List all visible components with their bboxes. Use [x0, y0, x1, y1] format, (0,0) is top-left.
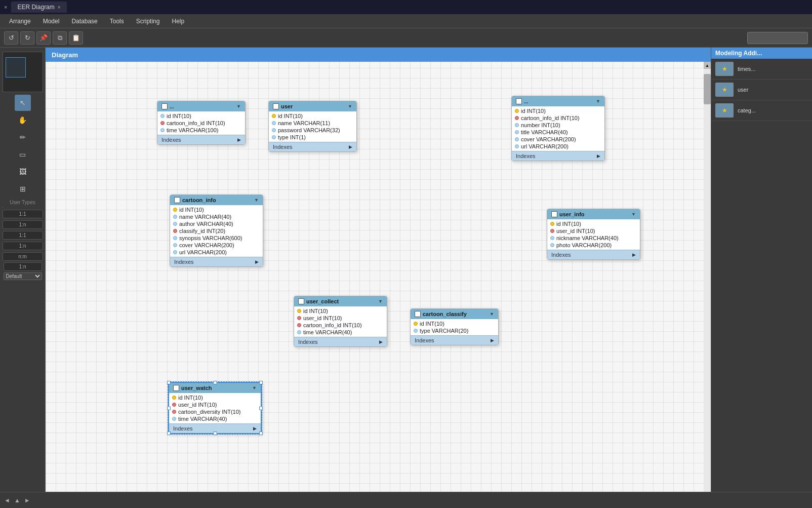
table-row: id INT(10) — [170, 206, 263, 213]
window-close-icon[interactable]: × — [4, 4, 7, 10]
indexes-bar[interactable]: Indexes ▶ — [170, 257, 263, 266]
indexes-bar[interactable]: Indexes ▶ — [411, 335, 498, 345]
indexes-bar[interactable]: Indexes ▶ — [157, 135, 245, 144]
image-tool[interactable]: 🖼 — [15, 164, 31, 180]
relation-1-n-c[interactable]: 1:n — [4, 262, 42, 271]
pin-button[interactable]: 📌 — [36, 31, 51, 45]
field-key-icon — [297, 316, 301, 320]
diagram-title: Diagram — [52, 51, 78, 59]
indexes-bar[interactable]: Indexes ▶ — [512, 151, 604, 161]
field-text: id INT(10) — [178, 395, 203, 401]
resize-handle-tl[interactable] — [167, 381, 171, 384]
field-key-icon — [515, 137, 519, 141]
table-dropdown-arrow[interactable]: ▼ — [490, 311, 494, 317]
menu-model[interactable]: Model — [38, 16, 65, 27]
table-cartoon-classify-header[interactable]: cartoon_classify ▼ — [411, 309, 498, 319]
search-input[interactable] — [747, 32, 808, 44]
copy-button[interactable]: ⧉ — [53, 31, 67, 45]
table-dropdown-arrow[interactable]: ▼ — [596, 99, 600, 104]
menu-tools[interactable]: Tools — [105, 16, 129, 27]
table-dropdown-arrow[interactable]: ▼ — [254, 198, 259, 203]
relation-n-m[interactable]: n:m — [3, 252, 43, 261]
indexes-bar[interactable]: Indexes ▶ — [269, 142, 356, 151]
field-text: time VARCHAR(40) — [178, 416, 227, 422]
relation-1-n-b[interactable]: 1:n — [3, 242, 43, 250]
resize-handle-ml[interactable] — [167, 406, 171, 410]
table-dropdown-arrow[interactable]: ▼ — [236, 104, 241, 109]
rectangle-tool[interactable]: ▭ — [15, 146, 31, 163]
relation-1-1-b[interactable]: 1:1 — [3, 231, 43, 240]
modeling-item-categ[interactable]: ★ categ... — [711, 100, 812, 121]
resize-handle-mr[interactable] — [259, 406, 263, 410]
resize-handle-br[interactable] — [259, 432, 263, 435]
resize-handle-bc[interactable] — [213, 432, 217, 435]
table-dropdown-arrow[interactable]: ▼ — [378, 299, 383, 304]
table-unknown-top: ... ▼ id INT(10) cartoon_info_id INT(10)… — [157, 101, 246, 145]
relation-type-dropdown[interactable]: Default — [4, 272, 42, 280]
table-user-watch-header[interactable]: user_watch ▼ — [169, 383, 261, 393]
table-row: time VARCHAR(40) — [294, 329, 387, 336]
modeling-item-user[interactable]: ★ user — [711, 80, 812, 100]
resize-handle-tc[interactable] — [213, 381, 217, 384]
field-text: password VARCHAR(32) — [278, 127, 340, 133]
field-key-icon — [297, 330, 301, 334]
table-user-info-body: id INT(10) user_id INT(10) nickname VARC… — [547, 219, 640, 250]
field-key-icon — [160, 128, 165, 132]
modeling-thumb: ★ — [715, 83, 734, 97]
modeling-thumb: ★ — [715, 103, 734, 118]
table-user: user ▼ id INT(10) name VARCHAR(11) passw… — [268, 101, 357, 152]
menu-help[interactable]: Help — [167, 16, 189, 27]
table-dropdown-arrow[interactable]: ▼ — [631, 212, 636, 217]
redo-button[interactable]: ↻ — [20, 31, 34, 45]
table-cartoon-classify: cartoon_classify ▼ id INT(10) type VARCH… — [410, 308, 499, 345]
table-unknown-right-header[interactable]: ... ▼ — [512, 96, 604, 106]
table-user-header[interactable]: user ▼ — [269, 101, 356, 111]
scroll-track[interactable] — [704, 69, 711, 501]
field-text: id INT(10) — [521, 108, 546, 114]
table-user-watch-body: id INT(10) user_id INT(10) cartoon_diver… — [169, 393, 261, 423]
menu-database[interactable]: Database — [66, 16, 102, 27]
nav-next-button[interactable]: ► — [24, 497, 30, 504]
table-row: name VARCHAR(11) — [269, 120, 356, 127]
table-user-info-header[interactable]: user_info ▼ — [547, 209, 640, 219]
table-row: id INT(10) — [294, 307, 387, 315]
vertical-scrollbar[interactable]: ▲ ▼ — [704, 62, 711, 508]
field-text: time VARCHAR(40) — [303, 329, 352, 335]
field-key-icon — [173, 250, 177, 254]
table-user-collect-header[interactable]: user_collect ▼ — [294, 296, 387, 306]
menu-arrange[interactable]: Arrange — [4, 16, 36, 27]
resize-handle-bl[interactable] — [167, 432, 171, 435]
modeling-item-times[interactable]: ★ times... — [711, 59, 812, 80]
menu-scripting[interactable]: Scripting — [131, 16, 165, 27]
scroll-thumb[interactable] — [704, 74, 711, 104]
table-row: time VARCHAR(100) — [157, 127, 245, 134]
field-text: name VARCHAR(40) — [179, 214, 231, 220]
relation-1-n[interactable]: 1:n — [3, 220, 43, 229]
field-text: url VARCHAR(200) — [521, 143, 569, 149]
undo-button[interactable]: ↺ — [4, 31, 18, 45]
resize-handle-tr[interactable] — [259, 381, 263, 384]
indexes-bar[interactable]: Indexes ▶ — [294, 337, 387, 346]
nav-prev-button[interactable]: ◄ — [4, 497, 10, 504]
field-text: id INT(10) — [556, 221, 581, 227]
nav-up-button[interactable]: ▲ — [14, 497, 20, 504]
table-unknown-top-title: ... — [170, 104, 174, 109]
table-cartoon-info: cartoon_info ▼ id INT(10) name VARCHAR(4… — [170, 194, 263, 267]
table-unknown-top-header[interactable]: ... ▼ — [157, 101, 245, 111]
table-tool[interactable]: ⊞ — [15, 181, 31, 197]
diagram-area[interactable]: Diagram ⊣ ⊣ ⊢ — [46, 48, 711, 508]
pencil-tool[interactable]: ✏ — [15, 129, 31, 145]
paste-button[interactable]: 📋 — [69, 31, 83, 45]
indexes-bar[interactable]: Indexes ▶ — [547, 250, 640, 259]
table-dropdown-arrow[interactable]: ▼ — [348, 104, 352, 109]
relation-1-1[interactable]: 1:1 — [3, 210, 43, 218]
eer-diagram-tab[interactable]: EER Diagram × — [11, 2, 66, 13]
hand-tool[interactable]: ✋ — [15, 112, 31, 128]
pointer-tool[interactable]: ↖ — [15, 95, 31, 111]
scroll-up-button[interactable]: ▲ — [704, 62, 711, 69]
tab-close-icon[interactable]: × — [58, 5, 61, 10]
table-user-watch-title: user_watch — [181, 385, 212, 391]
table-dropdown-arrow[interactable]: ▼ — [252, 385, 257, 390]
indexes-arrow-icon: ▶ — [597, 153, 600, 159]
table-cartoon-info-header[interactable]: cartoon_info ▼ — [170, 195, 263, 205]
